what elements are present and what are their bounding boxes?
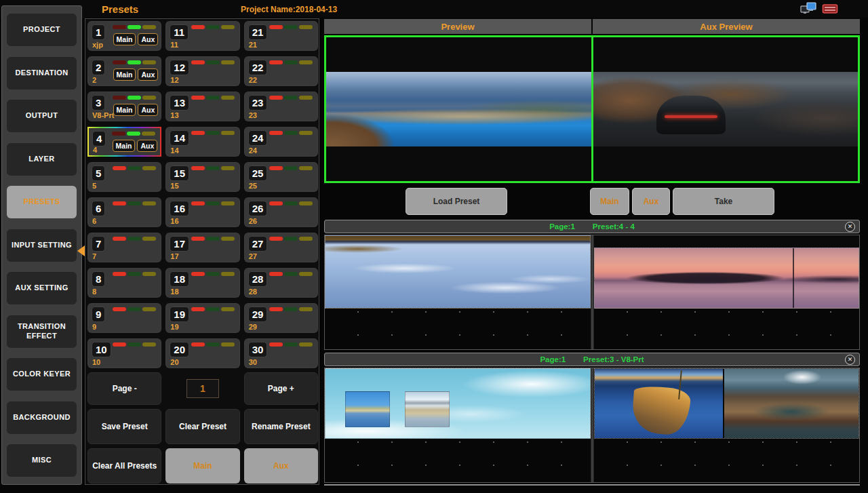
clear-all-presets-button[interactable]: Clear All Presets (87, 448, 161, 484)
preset-cell-13[interactable]: 13 13 (165, 92, 239, 121)
preset-name-label: 17 (170, 252, 178, 260)
preset-name-label: 14 (170, 146, 178, 155)
preset-name-label: 21 (249, 41, 257, 49)
preset-cell-28[interactable]: 28 28 (244, 268, 318, 298)
preset-cell-11[interactable]: 11 11 (165, 21, 239, 51)
led-dimyellow-indicator (142, 96, 156, 100)
preset-cell-9[interactable]: 9 9 (87, 303, 161, 333)
preset-cell-3[interactable]: 3 V8-Prt MainAux (87, 92, 161, 121)
close-icon[interactable]: ✕ (845, 222, 855, 232)
preset-main-button[interactable]: Main (113, 140, 136, 152)
preset-cell-15[interactable]: 15 15 (165, 162, 239, 192)
sidebar-item-input-setting[interactable]: INPUT SETTING (7, 229, 77, 262)
led-dimgreen-indicator (127, 342, 141, 347)
close-icon[interactable]: ✕ (845, 355, 855, 365)
led-red-indicator (191, 342, 205, 347)
preset-cell-2[interactable]: 2 2 MainAux (87, 56, 161, 86)
preset-cell-10[interactable]: 10 10 (87, 338, 161, 368)
preset-cell-22[interactable]: 22 22 (244, 56, 318, 86)
preset-aux-button[interactable]: Aux (138, 104, 158, 116)
preset-aux-button[interactable]: Aux (138, 33, 158, 45)
preset-cell-17[interactable]: 17 17 (165, 233, 239, 262)
preset-cell-30[interactable]: 30 30 (244, 338, 318, 368)
rename-preset-button[interactable]: Rename Preset (244, 409, 318, 444)
led-dimgreen-indicator (284, 307, 298, 311)
preset-cell-1[interactable]: 1 xjp MainAux (87, 21, 161, 51)
led-dimgreen-indicator (206, 342, 220, 347)
preset-cell-16[interactable]: 16 16 (165, 197, 239, 227)
sidebar-item-aux-setting[interactable]: AUX SETTING (7, 272, 77, 304)
preset-cell-14[interactable]: 14 14 (165, 127, 239, 157)
sidebar-item-presets[interactable]: PRESETS (7, 186, 77, 218)
main-preview-pane (326, 37, 591, 181)
preset-cell-5[interactable]: 5 5 (87, 162, 161, 192)
preset-number-badge: 25 (248, 165, 268, 181)
preset-cell-4[interactable]: 4 4 MainAux (87, 127, 161, 157)
preset-aux-button[interactable]: Aux (137, 140, 157, 152)
sidebar-item-color-keyer[interactable]: COLOR KEYER (7, 358, 77, 391)
keyboard-icon[interactable] (822, 2, 838, 15)
preset-target-main-button[interactable]: Main (165, 448, 239, 484)
led-dimgreen-indicator (284, 342, 298, 347)
led-dimgreen-indicator (206, 237, 220, 241)
sidebar-item-transition-effect[interactable]: TRANSITION EFFECT (7, 315, 77, 348)
app-window: Presets Project Name:2018-04-13 PROJECTD… (0, 0, 868, 493)
sidebar-item-background[interactable]: BACKGROUND (7, 401, 77, 434)
led-dimgreen-indicator (206, 201, 220, 205)
save-preset-button[interactable]: Save Preset (87, 409, 161, 444)
sidebar-item-layer[interactable]: LAYER (7, 143, 77, 176)
preset-aux-button[interactable]: Aux (138, 68, 158, 81)
preset-cell-24[interactable]: 24 24 (244, 127, 318, 157)
canvas-grid (594, 309, 860, 349)
led-dimyellow-indicator (221, 60, 235, 64)
preset-main-button[interactable]: Main (113, 68, 136, 81)
led-red-indicator (269, 342, 283, 347)
preset-cell-27[interactable]: 27 27 (244, 233, 318, 262)
preset-cell-21[interactable]: 21 21 (244, 21, 318, 51)
preset-cell-19[interactable]: 19 19 (165, 303, 239, 333)
preset-cell-8[interactable]: 8 8 (87, 268, 161, 298)
preset-cell-26[interactable]: 26 26 (244, 197, 318, 227)
sidebar-collapse-arrow-icon[interactable] (77, 245, 85, 256)
preset-cell-25[interactable]: 25 25 (244, 162, 318, 192)
led-dimyellow-indicator (142, 25, 156, 29)
preset-target-aux-button[interactable]: Aux (244, 448, 318, 484)
take-aux-button[interactable]: Aux (632, 188, 670, 215)
preset-name-label: 13 (170, 111, 178, 119)
preset-cell-20[interactable]: 20 20 (165, 338, 239, 368)
preset-led-indicators (113, 307, 156, 311)
clear-preset-button[interactable]: Clear Preset (165, 409, 239, 444)
preset-cell-12[interactable]: 12 12 (165, 56, 239, 86)
led-dimyellow-indicator (221, 166, 235, 170)
preset-led-indicators (191, 131, 235, 135)
preset-number-badge: 24 (248, 130, 268, 146)
led-red-indicator (269, 272, 283, 276)
preset-cell-7[interactable]: 7 7 (87, 233, 161, 262)
preset-number-badge: 3 (92, 95, 105, 111)
dual-monitor-icon[interactable] (800, 2, 816, 15)
preset-cell-23[interactable]: 23 23 (244, 92, 318, 121)
take-main-button[interactable]: Main (590, 188, 629, 215)
preset-led-indicators (269, 307, 313, 311)
sidebar-item-project[interactable]: PROJECT (7, 14, 77, 46)
preset-main-button[interactable]: Main (113, 104, 136, 116)
layer-image-pair (594, 368, 860, 439)
preset-main-button[interactable]: Main (113, 33, 136, 45)
led-red-indicator (191, 307, 205, 311)
sidebar-item-misc[interactable]: MISC (7, 444, 77, 477)
preset-led-indicators (113, 237, 156, 241)
page-number-input[interactable] (186, 379, 219, 398)
sidebar-item-output[interactable]: OUTPUT (7, 100, 77, 132)
preset-panel: 1 xjp MainAux 2 2 MainAux 3 V8-Prt MainA… (85, 18, 319, 485)
page-plus-button[interactable]: Page + (244, 372, 318, 405)
load-preset-button[interactable]: Load Preset (406, 188, 507, 215)
sidebar-item-destination[interactable]: DESTINATION (7, 57, 77, 90)
led-dimgreen-indicator (127, 237, 141, 241)
preset-cell-6[interactable]: 6 6 (87, 197, 161, 227)
preset-cell-18[interactable]: 18 18 (165, 268, 239, 298)
led-dimyellow-indicator (299, 25, 313, 29)
take-button[interactable]: Take (673, 188, 774, 215)
preset-number-badge: 20 (170, 342, 189, 357)
preset-cell-29[interactable]: 29 29 (244, 303, 318, 333)
page-minus-button[interactable]: Page - (87, 372, 161, 405)
